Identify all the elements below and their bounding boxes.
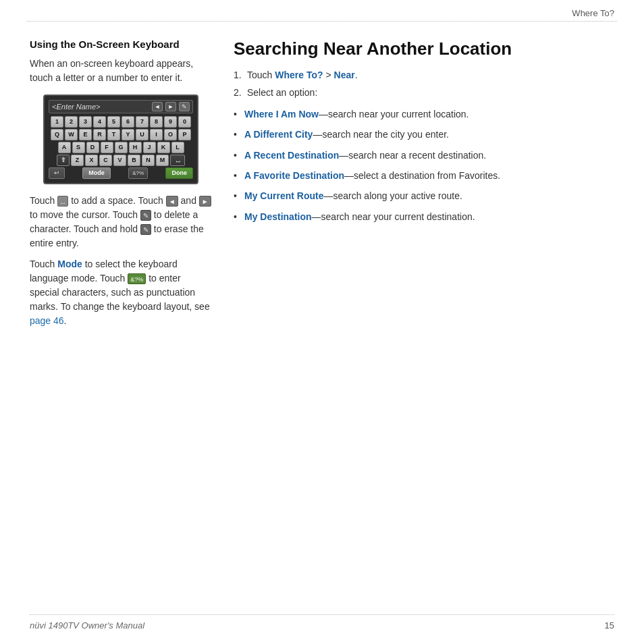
page-46-link[interactable]: page 46 xyxy=(30,315,64,326)
footer-manual-title: nüvi 1490TV Owner's Manual xyxy=(30,620,144,630)
keyboard-graphic: <Enter Name> ◄ ► ✎ 1 2 3 4 5 6 7 8 9 0 xyxy=(43,95,198,184)
mode-label: Mode xyxy=(57,259,82,269)
kbd-key-c[interactable]: C xyxy=(99,155,112,166)
kbd-key-s[interactable]: S xyxy=(72,142,85,153)
kbd-key-shift[interactable]: ⇧ xyxy=(57,155,70,166)
kbd-key-o[interactable]: O xyxy=(164,129,177,140)
kbd-key-r[interactable]: R xyxy=(93,129,106,140)
bullet-1-label: Where I Am Now xyxy=(244,109,319,119)
bullet-item-4: A Favorite Destination—select a destinat… xyxy=(234,169,614,182)
kbd-key-6[interactable]: 6 xyxy=(122,116,134,128)
kbd-key-n[interactable]: N xyxy=(142,155,155,166)
right-column: Searching Near Another Location 1. Touch… xyxy=(234,38,614,335)
bullet-6-suffix: —search near your current destination. xyxy=(312,211,475,222)
step-2: 2. Select an option: xyxy=(234,86,614,99)
kbd-key-y[interactable]: Y xyxy=(122,129,134,140)
kbd-key-v[interactable]: V xyxy=(113,155,126,166)
bullet-3-label: A Recent Destination xyxy=(244,150,339,161)
bullet-2-label: A Different City xyxy=(244,129,313,140)
near-label: Near xyxy=(334,70,355,80)
kbd-key-5[interactable]: 5 xyxy=(107,116,120,128)
kbd-left-arrow[interactable]: ◄ xyxy=(152,102,163,111)
kbd-back-button[interactable]: ↩ xyxy=(49,167,65,179)
special-chars-icon: &?% xyxy=(128,273,146,284)
kbd-right-arrow[interactable]: ► xyxy=(165,102,176,111)
kbd-key-b[interactable]: B xyxy=(128,155,140,166)
kbd-key-3[interactable]: 3 xyxy=(79,116,92,128)
kbd-key-1[interactable]: 1 xyxy=(51,116,63,128)
steps-list: 1. Touch Where To? > Near. 2. Select an … xyxy=(234,68,614,100)
kbd-special-button[interactable]: &?% xyxy=(128,167,148,179)
left-intro: When an on-screen keyboard appears, touc… xyxy=(30,57,212,85)
bullet-6-label: My Destination xyxy=(244,211,312,222)
bullet-2-suffix: —search near the city you enter. xyxy=(313,129,449,140)
step-2-text: Select an option: xyxy=(247,87,317,98)
bullet-3-suffix: —search near a recent destination. xyxy=(339,150,486,161)
kbd-key-q[interactable]: Q xyxy=(51,129,63,140)
step-2-num: 2. xyxy=(234,86,242,99)
page-footer: nüvi 1490TV Owner's Manual 15 xyxy=(30,614,614,630)
kbd-key-z[interactable]: Z xyxy=(71,155,84,166)
delete-icon: ✎ xyxy=(140,210,151,221)
kbd-key-8[interactable]: 8 xyxy=(150,116,163,128)
kbd-key-u[interactable]: U xyxy=(136,129,149,140)
footer-page-number: 15 xyxy=(605,620,614,630)
kbd-top-bar: <Enter Name> ◄ ► ✎ xyxy=(49,100,193,113)
kbd-key-w[interactable]: W xyxy=(65,129,78,140)
kbd-edit-top[interactable]: ✎ xyxy=(179,102,190,111)
bullet-list: Where I Am Now—search near your current … xyxy=(234,107,614,223)
left-para-2: Touch Mode to select the keyboard langua… xyxy=(30,257,212,328)
step-1: 1. Touch Where To? > Near. xyxy=(234,68,614,82)
kbd-key-g[interactable]: G xyxy=(115,142,128,153)
bullet-4-suffix: —select a destination from Favorites. xyxy=(344,170,500,181)
kbd-key-j[interactable]: J xyxy=(143,142,156,153)
content-area: Using the On-Screen Keyboard When an on-… xyxy=(0,22,644,348)
kbd-row-numbers: 1 2 3 4 5 6 7 8 9 0 xyxy=(49,116,193,128)
right-arrow-icon: ► xyxy=(199,196,211,207)
bullet-item-3: A Recent Destination—search near a recen… xyxy=(234,149,614,162)
kbd-key-f[interactable]: F xyxy=(101,142,113,153)
kbd-key-e[interactable]: E xyxy=(79,129,92,140)
page-header: Where To? xyxy=(0,0,644,21)
bullet-item-2: A Different City—search near the city yo… xyxy=(234,128,614,141)
kbd-name-field: <Enter Name> xyxy=(52,103,149,111)
bullet-5-suffix: —search along your active route. xyxy=(323,190,462,201)
kbd-row-zxcv: ⇧ Z X C V B N M ⎵ xyxy=(49,155,193,166)
kbd-row-asdf: A S D F G H J K L xyxy=(49,142,193,153)
kbd-done-button[interactable]: Done xyxy=(165,167,193,179)
bullet-1-suffix: —search near your current location. xyxy=(319,109,469,119)
left-column: Using the On-Screen Keyboard When an on-… xyxy=(30,38,212,335)
kbd-key-a[interactable]: A xyxy=(58,142,71,153)
kbd-key-x[interactable]: X xyxy=(85,155,98,166)
kbd-key-t[interactable]: T xyxy=(107,129,120,140)
kbd-key-space-bar[interactable]: ⎵ xyxy=(170,155,185,166)
page-container: Where To? Using the On-Screen Keyboard W… xyxy=(0,0,644,644)
step-1-num: 1. xyxy=(234,68,242,82)
space-icon: ⎵ xyxy=(57,196,68,207)
kbd-bottom-bar: ↩ Mode &?% Done xyxy=(49,167,193,179)
kbd-row-qwerty: Q W E R T Y U I O P xyxy=(49,129,193,140)
bullet-item-5: My Current Route—search along your activ… xyxy=(234,189,614,203)
kbd-key-2[interactable]: 2 xyxy=(65,116,78,128)
kbd-key-p[interactable]: P xyxy=(178,129,191,140)
left-arrow-icon: ◄ xyxy=(166,196,178,207)
bullet-4-label: A Favorite Destination xyxy=(244,170,344,181)
kbd-key-9[interactable]: 9 xyxy=(164,116,177,128)
header-title: Where To? xyxy=(572,8,614,18)
bullet-item-6: My Destination—search near your current … xyxy=(234,210,614,223)
where-to-label: Where To? xyxy=(275,70,323,80)
left-para-1: Touch ⎵ to add a space. Touch ◄ and ► to… xyxy=(30,194,212,250)
kbd-key-l[interactable]: L xyxy=(171,142,184,153)
kbd-key-d[interactable]: D xyxy=(86,142,99,153)
kbd-key-i[interactable]: I xyxy=(150,129,163,140)
kbd-key-m[interactable]: M xyxy=(156,155,169,166)
kbd-key-7[interactable]: 7 xyxy=(136,116,149,128)
bullet-item-1: Where I Am Now—search near your current … xyxy=(234,107,614,121)
bullet-5-label: My Current Route xyxy=(244,190,323,201)
kbd-key-h[interactable]: H xyxy=(129,142,142,153)
kbd-key-k[interactable]: K xyxy=(157,142,170,153)
erase-icon: ✎ xyxy=(140,224,151,235)
kbd-key-0[interactable]: 0 xyxy=(178,116,191,128)
kbd-key-4[interactable]: 4 xyxy=(93,116,106,128)
kbd-mode-button[interactable]: Mode xyxy=(82,167,111,179)
